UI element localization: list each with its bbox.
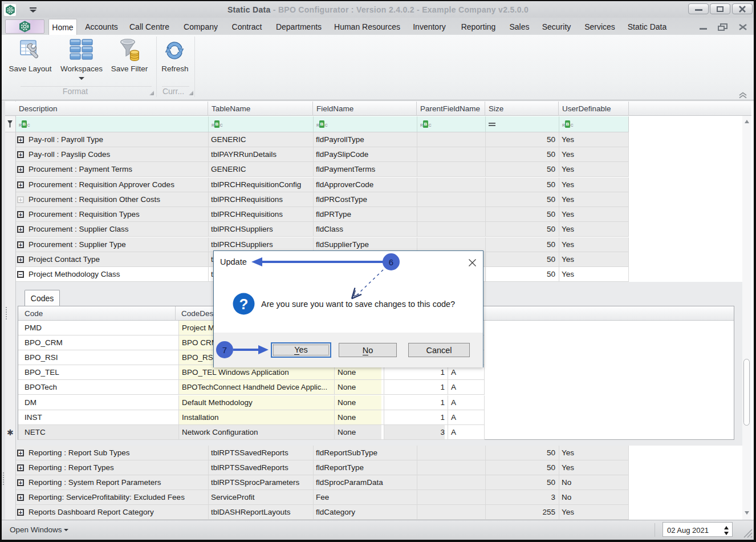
svg-text:?: ? xyxy=(239,296,249,313)
